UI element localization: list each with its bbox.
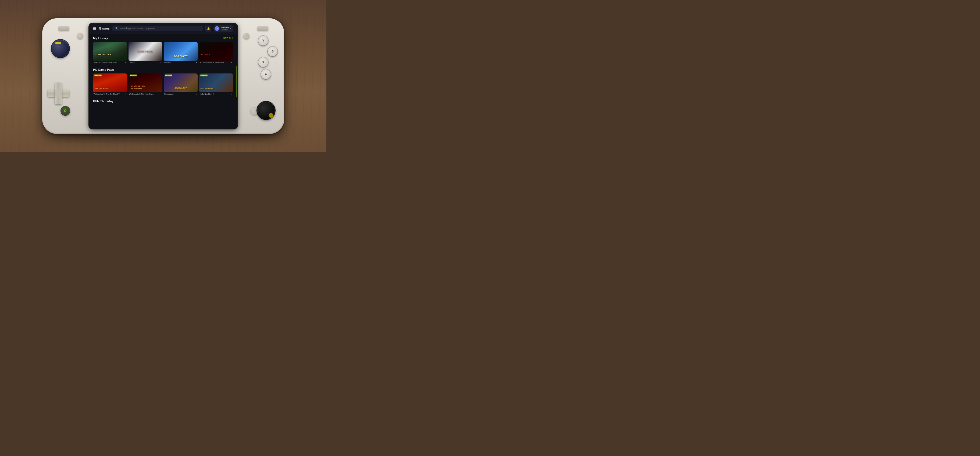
- neighbor-label: Hello Neighbor 2 ▾: [199, 92, 233, 96]
- hitman-label: HITMAN World of Assassination ▾: [199, 61, 233, 64]
- dpad-center: [55, 90, 62, 97]
- tomb-raider-arrow: ▾: [125, 62, 126, 64]
- fortnite-name: Fortnite: [164, 62, 171, 64]
- b-button[interactable]: B: [268, 46, 277, 56]
- gfn-thursday-header: GFN Thursday: [93, 100, 233, 103]
- fortnite-cover: [164, 42, 197, 61]
- x-button[interactable]: X: [258, 57, 268, 67]
- roboquest-label: Roboquest ▾: [164, 92, 197, 96]
- screen: Games 🔍 Search games, stores, or genres …: [89, 24, 237, 129]
- new-order-cover: New on GFN: [129, 73, 162, 92]
- search-icon: 🔍: [115, 27, 118, 30]
- old-blood-label: Wolfenstein®: The Old Blood™ ▾: [93, 92, 127, 96]
- roboquest-name: Roboquest: [164, 93, 173, 95]
- search-bar[interactable]: 🔍 Search games, stores, or genres: [112, 26, 203, 31]
- tomb-raider-label: Shadow of the Tomb Raider™... ▾: [93, 61, 127, 64]
- game-card-new-order[interactable]: New on GFN Wolfenstein®: The New Order™ …: [129, 73, 162, 96]
- roboquest-arrow: ▾: [196, 93, 197, 95]
- right-controller-side: Y B X A ⌂: [237, 18, 284, 134]
- old-blood-name: Wolfenstein®: The Old Blood™: [94, 93, 119, 95]
- dpad[interactable]: [48, 83, 69, 104]
- my-library-section: My Library SEE ALL Shadow of the Tomb Ra…: [93, 37, 233, 64]
- game-card-hitman[interactable]: HITMAN World of Assassination ▾: [199, 42, 233, 64]
- games-label: Games: [99, 27, 110, 30]
- tomb-raider-cover: [93, 42, 127, 61]
- control-label: Control ▾: [129, 61, 162, 64]
- logitech-g-button[interactable]: G: [61, 107, 70, 115]
- control-arrow: ▾: [161, 62, 162, 64]
- old-blood-arrow: ▾: [125, 93, 126, 95]
- control-name: Control: [129, 62, 135, 64]
- user-profile[interactable]: J JMillion Ultimate ▾: [213, 25, 233, 32]
- game-card-hello-neighbor[interactable]: New on GFN Hello Neighbor 2 ▾: [199, 73, 233, 96]
- roboquest-badge: New on GFN: [165, 75, 172, 77]
- scroll-indicator: [236, 65, 237, 97]
- new-order-arrow: ▾: [161, 93, 162, 95]
- left-controller-side: G: [42, 18, 89, 134]
- username: JMillion: [221, 26, 229, 29]
- new-order-label: Wolfenstein®: The New Order™ ▾: [129, 92, 162, 96]
- old-blood-badge-container: New on GFN: [94, 75, 102, 77]
- right-menu-button[interactable]: [243, 33, 249, 39]
- hitman-cover: [199, 42, 233, 61]
- hamburger-menu-button[interactable]: [93, 27, 96, 30]
- my-library-title: My Library: [93, 37, 108, 40]
- a-button[interactable]: A: [261, 69, 271, 79]
- user-info: JMillion Ultimate: [221, 26, 229, 31]
- game-card-roboquest[interactable]: New on GFN Roboquest ▾: [164, 73, 197, 96]
- gfn-thursday-title: GFN Thursday: [93, 100, 113, 103]
- hitman-arrow: ▾: [231, 62, 232, 64]
- left-analog-stick[interactable]: [52, 40, 69, 57]
- control-cover: [129, 42, 162, 61]
- new-order-name: Wolfenstein®: The New Order™: [129, 93, 155, 95]
- fortnite-arrow: ▾: [196, 62, 197, 64]
- search-placeholder: Search games, stores, or genres: [120, 27, 155, 30]
- left-trigger-button[interactable]: [58, 26, 69, 31]
- right-analog-stick[interactable]: [257, 102, 275, 119]
- roboquest-cover: New on GFN: [164, 73, 197, 92]
- neighbor-badge-container: New on GFN: [200, 75, 208, 77]
- app-header: Games 🔍 Search games, stores, or genres …: [89, 24, 237, 34]
- main-content: My Library SEE ALL Shadow of the Tomb Ra…: [89, 34, 237, 129]
- notification-button[interactable]: 🔔: [205, 26, 211, 32]
- game-card-fortnite[interactable]: Fortnite ▾: [164, 42, 197, 64]
- pc-game-pass-section: PC Game Pass New on GFN Wolfenstein®: T: [93, 68, 233, 96]
- my-library-header: My Library SEE ALL: [93, 37, 233, 40]
- notification-icon: 🔔: [207, 27, 210, 30]
- see-all-button[interactable]: SEE ALL: [223, 37, 233, 40]
- header-right: 🔔 J JMillion Ultimate ▾: [205, 25, 233, 32]
- profile-dropdown-icon: ▾: [230, 27, 231, 30]
- hitman-name: HITMAN World of Assassination: [200, 62, 226, 64]
- game-card-old-blood[interactable]: New on GFN Wolfenstein®: The Old Blood™ …: [93, 73, 127, 96]
- old-blood-badge: New on GFN: [94, 75, 102, 77]
- game-card-control[interactable]: Control ▾: [129, 42, 162, 64]
- new-order-badge-container: New on GFN: [130, 75, 137, 77]
- neighbor-arrow: ▾: [231, 93, 232, 95]
- gaming-device: G Games 🔍 Search games, stores, or genre…: [42, 18, 284, 134]
- gfn-thursday-section: GFN Thursday: [93, 100, 233, 103]
- neighbor-badge: New on GFN: [200, 75, 208, 77]
- left-menu-button[interactable]: [77, 33, 83, 39]
- pc-game-pass-games-row: New on GFN Wolfenstein®: The Old Blood™ …: [93, 73, 233, 96]
- new-order-badge: New on GFN: [130, 75, 137, 77]
- screen-container: Games 🔍 Search games, stores, or genres …: [89, 24, 237, 129]
- neighbor-cover: New on GFN: [199, 73, 233, 92]
- y-button[interactable]: Y: [258, 36, 268, 45]
- pc-game-pass-title: PC Game Pass: [93, 68, 114, 71]
- game-card-tomb-raider[interactable]: Shadow of the Tomb Raider™... ▾: [93, 42, 127, 64]
- right-trigger-button[interactable]: [257, 26, 268, 31]
- user-tier: Ultimate: [221, 29, 229, 31]
- neighbor-name: Hello Neighbor 2: [200, 93, 214, 95]
- roboquest-badge-container: New on GFN: [165, 75, 172, 77]
- tomb-raider-name: Shadow of the Tomb Raider™...: [94, 62, 119, 64]
- pc-game-pass-header: PC Game Pass: [93, 68, 233, 71]
- my-library-games-row: Shadow of the Tomb Raider™... ▾ Control …: [93, 42, 233, 64]
- user-avatar: J: [215, 26, 220, 31]
- fortnite-label: Fortnite ▾: [164, 61, 197, 64]
- old-blood-cover: New on GFN: [93, 73, 127, 92]
